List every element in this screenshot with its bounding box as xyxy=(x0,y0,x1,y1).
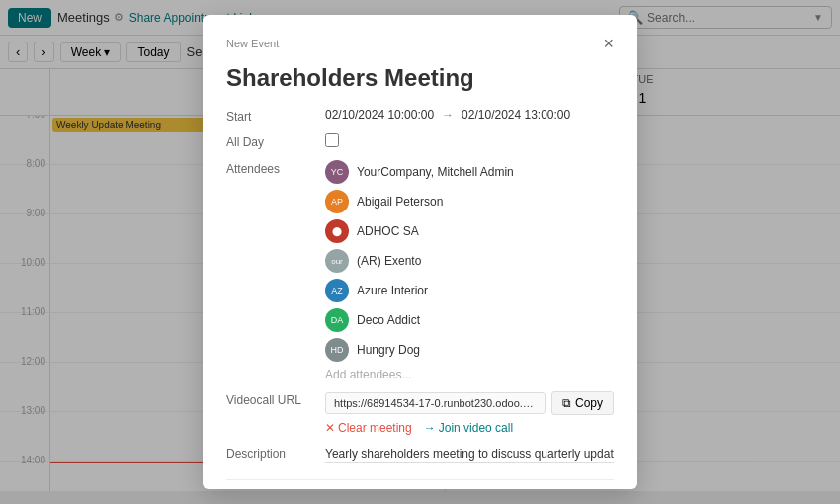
videocall-row: Videocall URL ⧉ Copy ✕ Clear meeting → xyxy=(226,391,614,435)
clear-meeting-button[interactable]: ✕ Clear meeting xyxy=(325,421,412,435)
videocall-url-input[interactable] xyxy=(325,392,546,414)
modal-overlay: New Event × Shareholders Meeting Start 0… xyxy=(0,0,840,504)
attendees-row: Attendees YC YourCompany, Mitchell Admin… xyxy=(226,160,614,381)
videocall-input-row: ⧉ Copy xyxy=(325,391,614,415)
modal-title-label: New Event xyxy=(226,38,279,49)
description-content xyxy=(325,445,614,463)
start-end-dates: 02/10/2024 10:00:00 → 02/10/2024 13:00:0… xyxy=(325,108,614,122)
avatar: HD xyxy=(325,338,349,362)
times-icon: ✕ xyxy=(325,421,335,435)
start-row: Start 02/10/2024 10:00:00 → 02/10/2024 1… xyxy=(226,108,614,124)
videocall-content: ⧉ Copy ✕ Clear meeting → Join video call xyxy=(325,391,614,435)
attendee-name: (AR) Exento xyxy=(357,254,421,268)
list-item: our (AR) Exento xyxy=(325,249,614,273)
list-item: AZ Azure Interior xyxy=(325,279,614,302)
join-video-label: Join video call xyxy=(439,421,513,435)
allday-label: All Day xyxy=(226,133,325,149)
avatar: YC xyxy=(325,160,349,184)
attendees-label: Attendees xyxy=(226,160,325,176)
list-item: AP Abigail Peterson xyxy=(325,190,614,213)
copy-url-button[interactable]: ⧉ Copy xyxy=(551,391,614,415)
attendee-name: Hungry Dog xyxy=(357,343,420,357)
attendee-name: Azure Interior xyxy=(357,284,428,297)
description-input[interactable] xyxy=(325,445,614,463)
avatar: our xyxy=(325,249,349,273)
end-date[interactable]: 02/10/2024 13:00:00 xyxy=(462,108,570,122)
list-item: ⬤ ADHOC SA xyxy=(325,219,614,243)
attendee-name: Abigail Peterson xyxy=(357,195,443,209)
attendee-name: ADHOC SA xyxy=(357,224,419,238)
modal-header: New Event × xyxy=(226,35,614,52)
avatar: AZ xyxy=(325,279,349,302)
list-item: HD Hungry Dog xyxy=(325,338,614,362)
attendees-list: YC YourCompany, Mitchell Admin AP Abigai… xyxy=(325,160,614,381)
description-row: Description xyxy=(226,445,614,463)
list-item: YC YourCompany, Mitchell Admin xyxy=(325,160,614,184)
arrow-right-icon: → xyxy=(424,421,436,435)
close-button[interactable]: × xyxy=(603,35,614,52)
start-content: 02/10/2024 10:00:00 → 02/10/2024 13:00:0… xyxy=(325,108,614,122)
avatar: DA xyxy=(325,308,349,332)
allday-row: All Day xyxy=(226,133,614,150)
allday-content xyxy=(325,133,614,150)
copy-label: Copy xyxy=(575,396,603,410)
add-attendees-input[interactable]: Add attendees... xyxy=(325,368,614,381)
list-item: DA Deco Addict xyxy=(325,308,614,332)
join-video-button[interactable]: → Join video call xyxy=(424,421,513,435)
event-title[interactable]: Shareholders Meeting xyxy=(226,64,614,92)
arrow-icon: → xyxy=(442,108,454,122)
attendee-name: Deco Addict xyxy=(357,313,420,327)
videocall-label: Videocall URL xyxy=(226,391,325,407)
modal-footer: Save & Close Discard More Options xyxy=(226,479,614,489)
description-label: Description xyxy=(226,445,325,461)
videocall-actions: ✕ Clear meeting → Join video call xyxy=(325,421,614,435)
start-label: Start xyxy=(226,108,325,124)
clear-meeting-label: Clear meeting xyxy=(338,421,412,435)
allday-checkbox[interactable] xyxy=(325,133,339,147)
start-date[interactable]: 02/10/2024 10:00:00 xyxy=(325,108,434,122)
copy-icon: ⧉ xyxy=(562,396,571,410)
new-event-modal: New Event × Shareholders Meeting Start 0… xyxy=(203,15,637,489)
avatar: AP xyxy=(325,190,349,213)
avatar: ⬤ xyxy=(325,219,349,243)
attendee-name: YourCompany, Mitchell Admin xyxy=(357,165,514,179)
